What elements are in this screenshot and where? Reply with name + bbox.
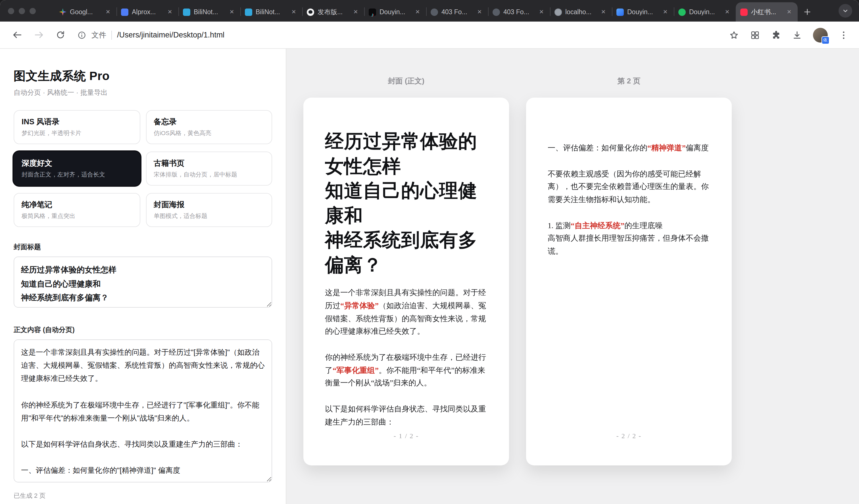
browser-tab[interactable]: 403 Fo...× <box>426 2 488 21</box>
browser-tab[interactable]: BiliNot...× <box>240 2 302 21</box>
zoom-window-button[interactable] <box>30 8 36 14</box>
style-name: 备忘录 <box>154 117 264 127</box>
page-paragraph: 不要依赖主观感受（因为你的感受可能已经解离），也不要完全依赖普通心理医生的量表。… <box>548 168 710 206</box>
page-paragraph: 1. 监测“自主神经系统”的生理底噪 高智商人群擅长用理智压抑痛苦，但身体不会撒… <box>548 219 710 258</box>
tab-close-icon[interactable]: × <box>352 8 360 16</box>
address-bar[interactable]: 文件 /Users/jinitaimei/Desktop/1.html <box>77 30 725 40</box>
new-tab-button[interactable] <box>800 4 815 19</box>
page-paragraph: 这是一个非常深刻且具有实操性的问题。对于经历过“异常体验”（如政治迫害、大规模网… <box>325 287 487 338</box>
back-button[interactable] <box>8 26 26 44</box>
page-title-line: 知道自己的心理健康和 <box>325 179 487 228</box>
menu-kebab-icon[interactable] <box>839 30 849 40</box>
page-card: 经历过异常体验的女性怎样知道自己的心理健康和神经系统到底有多偏离？这是一个非常深… <box>303 98 509 466</box>
browser-tab[interactable]: BiliNot...× <box>178 2 240 21</box>
style-card-1[interactable]: INS 风语录梦幻光斑，半透明卡片 <box>14 110 140 144</box>
style-name: 古籍书页 <box>154 158 264 169</box>
page-subtitle: 自动分页 · 风格统一 · 批量导出 <box>14 88 272 98</box>
page-number: - 2 / 2 - <box>526 432 732 440</box>
downloads-icon[interactable] <box>792 30 802 40</box>
blue-a-icon <box>121 8 129 16</box>
style-card-3[interactable]: 深度好文封面含正文，左对齐，适合长文 <box>14 152 140 186</box>
tab-label: Douyin... <box>689 9 720 15</box>
tab-label: 小红书... <box>751 7 782 16</box>
tab-search-chevron-icon[interactable] <box>839 4 852 18</box>
tab-close-icon[interactable]: × <box>661 8 669 16</box>
tab-close-icon[interactable]: × <box>476 8 483 16</box>
style-name: 纯净笔记 <box>21 200 132 210</box>
highlight-text: “异常体验” <box>340 301 379 310</box>
style-card-5[interactable]: 纯净笔记极简风格，重点突出 <box>14 193 140 227</box>
tab-list: Googl...×Alprox...×BiliNot...×BiliNot...… <box>55 0 798 21</box>
highlight-text: “自主神经系统” <box>571 221 624 230</box>
body-text: 一、评估偏差：如何量化你的 <box>548 144 647 152</box>
gemini-spark-icon <box>59 8 66 16</box>
tab-label: BiliNot... <box>256 9 286 15</box>
style-card-grid: INS 风语录梦幻光斑，半透明卡片备忘录仿iOS风格，黄色高亮深度好文封面含正文… <box>14 110 272 227</box>
reload-button[interactable] <box>51 26 69 44</box>
tab-close-icon[interactable]: × <box>599 8 607 16</box>
page-content: 图文生成系统 Pro 自动分页 · 风格统一 · 批量导出 INS 风语录梦幻光… <box>0 49 859 504</box>
bili-blue-icon <box>183 8 190 16</box>
tab-label: localho... <box>565 9 596 15</box>
bookmark-star-icon[interactable] <box>729 30 739 40</box>
page-title: 图文生成系统 Pro <box>14 68 272 84</box>
page-number: - 1 / 2 - <box>303 432 509 440</box>
close-window-button[interactable] <box>8 8 14 14</box>
extensions-puzzle-icon[interactable] <box>771 30 781 40</box>
tab-close-icon[interactable]: × <box>104 8 112 16</box>
style-desc: 极简风格，重点突出 <box>21 212 132 220</box>
tab-close-icon[interactable]: × <box>538 8 545 16</box>
style-card-4[interactable]: 古籍书页宋体排版，自动分页，居中标题 <box>146 152 272 186</box>
url-scheme-chip[interactable]: 文件 <box>91 30 106 40</box>
file-info-icon[interactable] <box>77 30 86 40</box>
tab-label: 403 Fo... <box>441 9 472 15</box>
dot-green-icon <box>678 8 686 16</box>
browser-tab[interactable]: Douyin...× <box>612 2 674 21</box>
douyin-dark-icon <box>369 8 376 16</box>
browser-tab[interactable]: Douyin...× <box>674 2 736 21</box>
browser-tab[interactable]: 小红书...× <box>736 2 798 21</box>
tab-close-icon[interactable]: × <box>290 8 298 16</box>
tab-close-icon[interactable]: × <box>228 8 236 16</box>
page-paragraph: 你的神经系统为了在极端环境中生存，已经进行了“军事化重组”。你不能用“和平年代”… <box>325 351 487 390</box>
body-text: 以下是如何科学评估自身状态、寻找同类以及重建生产力的三部曲： <box>325 405 486 426</box>
page-title: 经历过异常体验的女性怎样知道自己的心理健康和神经系统到底有多偏离？ <box>325 129 487 278</box>
forward-button[interactable] <box>30 26 48 44</box>
browser-tab[interactable]: 发布版...× <box>302 2 364 21</box>
page-title-line: 经历过异常体验的女性怎样 <box>325 129 487 179</box>
style-desc: 梦幻光斑，半透明卡片 <box>21 129 132 137</box>
browser-tab[interactable]: Googl...× <box>55 2 117 21</box>
globe-dark-icon <box>431 8 438 16</box>
tab-close-icon[interactable]: × <box>413 8 422 16</box>
tab-strip: Googl...×Alprox...×BiliNot...×BiliNot...… <box>0 0 859 21</box>
body-content-input[interactable]: 这是一个非常深刻且具有实操性的问题。对于经历过"[异常体验]"（如政治迫害、大规… <box>14 340 272 483</box>
minimize-window-button[interactable] <box>19 8 25 14</box>
style-desc: 单图模式，适合标题 <box>154 212 264 220</box>
xhs-red-icon <box>740 8 748 16</box>
style-card-6[interactable]: 封面海报单图模式，适合标题 <box>146 193 272 227</box>
browser-tab[interactable]: Douyin...× <box>364 2 426 21</box>
panels-grid-icon[interactable] <box>750 30 760 40</box>
tab-close-icon[interactable]: × <box>166 8 174 16</box>
url-text[interactable]: /Users/jinitaimei/Desktop/1.html <box>117 31 224 39</box>
page-paragraph: 以下是如何科学评估自身状态、寻找同类以及重建生产力的三部曲： <box>325 403 487 429</box>
profile-avatar[interactable]: 依 <box>813 28 828 42</box>
highlight-text: “精神弹道” <box>647 144 686 152</box>
globe-dark-icon <box>493 8 500 16</box>
style-card-2[interactable]: 备忘录仿iOS风格，黄色高亮 <box>146 110 272 144</box>
window-controls <box>8 8 36 14</box>
page-title-line: 神经系统到底有多偏离？ <box>325 228 487 278</box>
browser-tab[interactable]: 403 Fo...× <box>488 2 550 21</box>
body-content-label: 正文内容 (自动分页) <box>14 325 272 335</box>
browser-tab[interactable]: Alprox...× <box>117 2 178 21</box>
tab-label: Douyin... <box>379 9 410 15</box>
tab-label: Googl... <box>70 9 101 15</box>
preview-row: 封面 (正文)经历过异常体验的女性怎样知道自己的心理健康和神经系统到底有多偏离？… <box>303 64 732 466</box>
bili-blue-icon <box>245 8 252 16</box>
tab-close-icon[interactable]: × <box>785 8 793 16</box>
cover-title-label: 封面标题 <box>14 242 272 252</box>
browser-tab[interactable]: localho...× <box>550 2 612 21</box>
doc-blue-icon <box>616 8 624 16</box>
tab-close-icon[interactable]: × <box>723 8 731 16</box>
cover-title-input[interactable]: 经历过异常体验的女性怎样 知道自己的心理健康和 神经系统到底有多偏离？ <box>14 256 272 308</box>
